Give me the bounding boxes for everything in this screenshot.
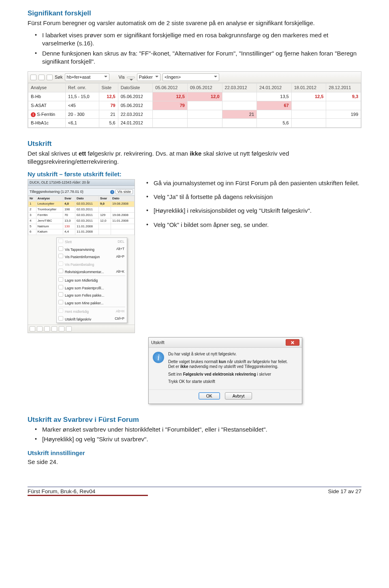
value-cell: 12,5 <box>153 92 188 101</box>
value-cell <box>291 110 326 119</box>
sec1-b2: Denne funksjonen kan skrus av fra: "FF"-… <box>35 49 361 66</box>
dialog-title: Utskrift <box>151 340 165 345</box>
pakker-button[interactable]: Pakker <box>137 73 160 81</box>
menu-item[interactable]: Rekvisisjonskommentar...Alt+K <box>57 268 127 275</box>
footer-right: Side 17 av 27 <box>328 488 361 495</box>
menu-item[interactable]: Lagre som Mine pakker... <box>57 299 127 306</box>
value-cell: 9,3 <box>326 92 361 101</box>
col-header: 22.03.2012 <box>222 83 257 92</box>
cell: 11.01.2008 <box>75 229 98 235</box>
col-header: Nr <box>28 196 36 201</box>
cell: 02.03.2011 <box>75 218 98 224</box>
value-cell <box>187 101 222 110</box>
context-menu: SlettDELVis TappeanvisningAlt+TVis Pasie… <box>56 237 127 323</box>
search-icon[interactable] <box>47 75 53 80</box>
menu-item[interactable]: Lagre som Pasientprofil... <box>57 284 127 291</box>
cell: 130 <box>63 224 75 229</box>
page-footer: Fürst Forum, Bruk-6, Rev04 Side 17 av 27 <box>28 487 361 495</box>
menu-icon <box>58 277 63 282</box>
col-header: Svar <box>63 196 75 201</box>
menu-icon <box>58 246 63 251</box>
foot-icon[interactable] <box>51 326 57 331</box>
cell: Leukocytter <box>36 201 63 207</box>
cell: 12,0 <box>98 218 111 224</box>
patient-header: DUCK, OLE 171045-12343 Alder: 20 år <box>28 180 135 186</box>
menu-icon <box>58 316 63 321</box>
menu-item[interactable]: Utskrift følgeskrivCtrl+P <box>57 315 127 323</box>
col-header: 05.06.2012 <box>153 83 188 92</box>
close-icon[interactable] <box>286 339 299 346</box>
cell <box>111 207 134 213</box>
vis-dropdown[interactable] <box>127 77 135 78</box>
cell <box>98 207 111 213</box>
value-cell: 79 <box>153 101 188 110</box>
value-cell <box>257 110 292 119</box>
footer-icons <box>28 325 135 333</box>
foot-icon[interactable] <box>30 326 35 331</box>
siste-cell: 12,5 <box>99 92 118 101</box>
col-header: Dato <box>75 196 98 201</box>
t-bold: ikke <box>190 150 201 157</box>
ref-cell: <6,1 <box>66 119 99 128</box>
col-header: Dato <box>111 196 134 201</box>
value-cell <box>222 101 257 110</box>
analyse-cell: B-Hb <box>28 92 66 101</box>
search-input[interactable]: hb+fer+asat <box>65 73 109 81</box>
sec3-b2: [Høyreklikk] og velg "Skriv ut svarbrev"… <box>35 435 361 443</box>
menu-item: SlettDEL <box>57 238 127 245</box>
cell: 13,0 <box>63 218 75 224</box>
vis-siste-button[interactable]: Vis siste <box>115 189 133 194</box>
dato-cell: 24.01.2012 <box>118 119 153 128</box>
dlg-line: Dette valget brukes normalt kun når utsk… <box>168 359 288 370</box>
menu-item[interactable]: Vis TappeanvisningAlt+T <box>57 246 127 253</box>
cell <box>98 224 111 229</box>
shortcut: Alt+T <box>116 247 124 251</box>
cell: 19.08.2008 <box>111 212 134 218</box>
dato-cell: 05.06.2012 <box>118 101 153 110</box>
cell: 4,0 <box>63 201 75 207</box>
value-cell <box>222 119 257 128</box>
foot-icon[interactable] <box>44 326 50 331</box>
value-cell: 199 <box>326 110 361 119</box>
avbryt-button[interactable]: Avbryt <box>225 392 252 400</box>
cell: 2 <box>28 207 36 213</box>
info-icon[interactable]: i <box>110 190 114 194</box>
analyse-cell: !S-Ferritin <box>28 110 66 119</box>
foot-icon[interactable] <box>37 326 43 331</box>
foot-icon[interactable] <box>66 326 72 331</box>
menu-item[interactable]: Vis PasientinformasjonAlt+P <box>57 253 127 260</box>
value-cell <box>153 119 188 128</box>
menu-icon <box>58 300 63 304</box>
menu-icon <box>58 254 63 258</box>
footer-left: Fürst Forum, Bruk-6, Rev04 <box>28 488 95 495</box>
cell: Trombocytter <box>36 207 63 213</box>
ok-button[interactable]: OK <box>199 392 220 400</box>
col-header: DatoSiste <box>118 83 153 92</box>
col-header: 18.01.2012 <box>291 83 326 92</box>
menu-item[interactable]: Lagre som Midlertidig <box>57 276 127 284</box>
labark-toolbar: Søk hb+fer+asat Vis Pakker <Ingen> <box>28 72 361 83</box>
value-cell: 12,5 <box>291 92 326 101</box>
cell: 129 <box>98 212 111 218</box>
print-icon[interactable] <box>30 75 36 80</box>
cell: 19.08.2008 <box>111 201 134 207</box>
menu-icon <box>58 292 63 297</box>
col-header: 28.12.2011 <box>326 83 361 92</box>
shortcut: DEL <box>118 239 124 244</box>
heading-svarbrev: Utskrift av Svarbrev i Fürst Forum <box>28 415 361 425</box>
col-header: Siste <box>99 83 118 92</box>
pakker-value[interactable]: <Ingen> <box>162 73 219 81</box>
menu-item[interactable]: Lagre som Felles pakke... <box>57 291 127 299</box>
warn-icon: ! <box>31 112 36 117</box>
cell: 4 <box>28 218 36 224</box>
sec3-bullets: Marker ønsket svarbrev under historikkfe… <box>35 425 361 444</box>
vis-label: Vis <box>119 74 125 80</box>
instr-b2: Velg "Ja" til å fortsette på dagens rekv… <box>146 193 361 201</box>
menu-icon <box>58 308 63 313</box>
foot-icon[interactable] <box>59 326 64 331</box>
value-cell <box>291 101 326 110</box>
dlg-line: Sett inn Følgeskriv ved elektronisk rekv… <box>168 372 288 377</box>
intro-text: Fürst Forum beregner og varsler automati… <box>28 19 361 27</box>
value-cell <box>291 119 326 128</box>
mail-icon[interactable] <box>38 75 45 80</box>
